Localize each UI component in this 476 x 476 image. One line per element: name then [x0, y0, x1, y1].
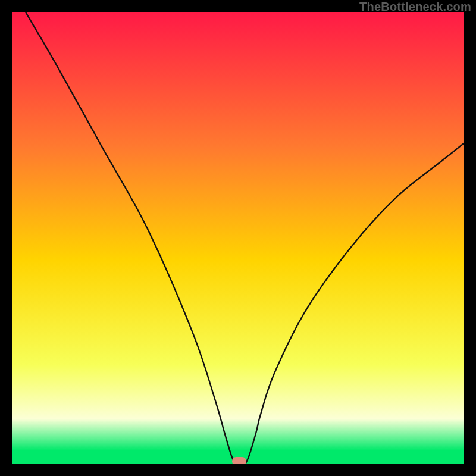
optimal-marker: [232, 457, 246, 464]
bottleneck-curve: [12, 12, 464, 464]
plot-area: [12, 12, 464, 464]
chart-stage: TheBottleneck.com: [0, 0, 476, 476]
attribution-label: TheBottleneck.com: [359, 0, 471, 14]
